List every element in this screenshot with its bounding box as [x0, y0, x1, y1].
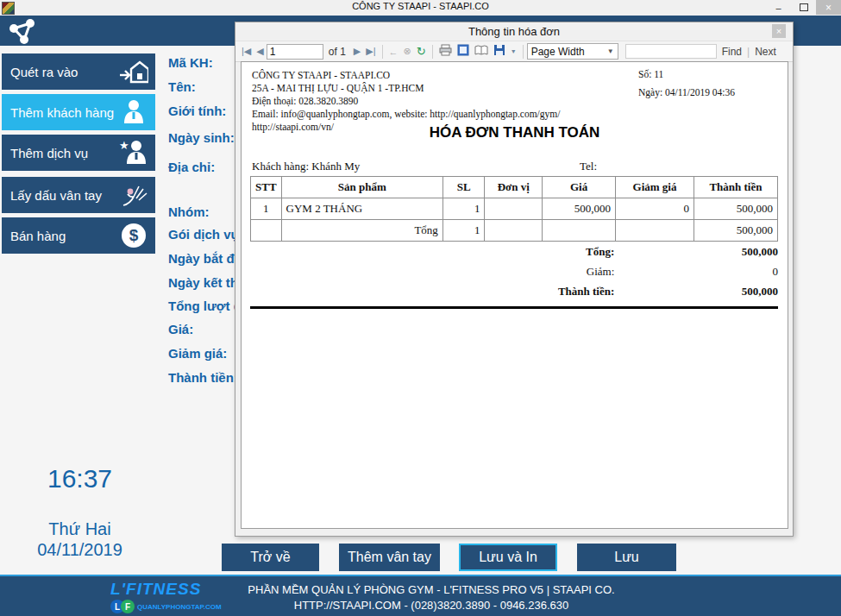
company-name: CÔNG TY STAAPI - STAAPI.CO: [252, 69, 560, 82]
zoom-select[interactable]: Page Width ▼: [527, 43, 618, 60]
invoice-totals: Tổng: 500,000 Giảm: 0 Thành tiền: 500,00…: [250, 245, 778, 305]
cell-empty: [616, 220, 694, 242]
report-toolbar: |◀ ◀ 1 of 1 ▶ ▶| ← ⊗ ↻ ▼ Page Width ▼: [235, 41, 793, 62]
find-input[interactable]: [625, 44, 717, 59]
field-label-gender: Giới tính:: [168, 104, 226, 118]
save-button[interactable]: Lưu: [577, 544, 676, 571]
refresh-icon[interactable]: ↻: [414, 45, 429, 58]
field-label-birthdate: Ngày sinh:: [168, 130, 235, 145]
sidebar-item-sell[interactable]: Bán hàng $: [2, 217, 155, 254]
clock-weekday: Thứ Hai: [0, 519, 160, 539]
invoice-customer-row: Khách hàng: Khánh My Tel:: [252, 160, 776, 173]
invoice-rule: [250, 306, 778, 309]
table-header-row: STT Sản phẩm SL Đơn vị Giá Giảm giá Thàn…: [251, 177, 778, 198]
cell-product: GYM 2 THÁNG: [281, 198, 442, 220]
last-page-button[interactable]: ▶|: [363, 46, 378, 57]
close-button[interactable]: ×: [816, 0, 841, 15]
back-button[interactable]: Trở về: [222, 544, 319, 571]
maximize-button[interactable]: [791, 0, 816, 15]
invoice-number: Số: 11: [638, 69, 735, 79]
company-phone: Điện thoại: 028.3820.3890: [252, 95, 560, 108]
share-icon: [7, 18, 38, 44]
company-address: 25A - MAI THỊ LỰU - QUẬN 1 -TP.HCM: [252, 82, 560, 95]
grand-total-value: 500,000: [614, 285, 778, 299]
cell-empty: [485, 220, 543, 242]
person-star-icon: ★: [119, 139, 148, 167]
back-navigation-icon[interactable]: ←: [386, 47, 401, 57]
save-and-print-button[interactable]: Lưu và In: [459, 544, 557, 571]
invoice-date: Ngày: 04/11/2019 04:36: [638, 87, 735, 97]
cell-discount: 0: [616, 198, 694, 220]
dialog-titlebar[interactable]: Thông tin hóa đơn ×: [235, 22, 793, 41]
dialog-close-button[interactable]: ×: [772, 24, 786, 38]
previous-page-button[interactable]: ◀: [254, 46, 266, 57]
stop-refresh-icon[interactable]: ⊗: [401, 46, 414, 57]
cell-price: 500,000: [543, 198, 616, 220]
sidebar-item-label: Bán hàng: [10, 229, 66, 243]
chevron-down-icon: ▼: [607, 47, 614, 55]
sidebar-item-capture-fingerprint[interactable]: Lấy dấu vân tay: [2, 177, 155, 213]
cell-sum-qty: 1: [442, 220, 485, 242]
window-titlebar: CÔNG TY STAAPI - STAAPI.CO – ×: [0, 0, 841, 16]
footer-line1: PHẦN MỀM QUẢN LÝ PHÒNG GYM - L'FITNESS P…: [220, 583, 643, 596]
logo-text: L'FITNESS: [110, 580, 223, 599]
add-fingerprint-button[interactable]: Thêm vân tay: [339, 544, 440, 571]
zoom-value: Page Width: [531, 46, 585, 58]
find-next-button[interactable]: Next: [750, 46, 781, 58]
page-setup-icon[interactable]: [474, 44, 488, 59]
table-footer-row: Tổng 1 500,000: [251, 220, 778, 242]
col-amount: Thành tiền: [694, 177, 777, 198]
export-dropdown-caret[interactable]: ▼: [508, 48, 519, 54]
invoice-dialog: Thông tin hóa đơn × |◀ ◀ 1 of 1 ▶ ▶| ← ⊗…: [235, 22, 794, 537]
field-label-discount: Giảm giá:: [168, 346, 227, 361]
sidebar-item-add-service[interactable]: Thêm dịch vụ ★: [2, 135, 155, 171]
print-layout-icon[interactable]: [457, 44, 469, 59]
invoice-table: STT Sản phẩm SL Đơn vị Giá Giảm giá Thàn…: [250, 176, 778, 242]
clock-time: 16:37: [0, 464, 160, 493]
field-label-address: Địa chỉ:: [168, 160, 215, 174]
sidebar-item-label: Lấy dấu vân tay: [10, 188, 102, 203]
sidebar-item-label: Thêm dịch vụ: [10, 146, 88, 160]
dialog-title: Thông tin hóa đơn: [235, 25, 793, 38]
toolbar-separator: [382, 45, 383, 59]
company-email: Email: info@quanlyphongtap.com, website:…: [252, 108, 560, 121]
cell-unit: [485, 198, 543, 220]
col-unit: Đơn vị: [485, 177, 543, 198]
col-price: Giá: [543, 177, 616, 198]
field-label-group: Nhóm:: [168, 204, 210, 219]
first-page-button[interactable]: |◀: [239, 46, 254, 57]
field-label-price: Giá:: [168, 322, 193, 336]
cell-empty: [543, 220, 616, 242]
col-product: Sản phẩm: [281, 177, 442, 198]
discount-value: 0: [614, 265, 778, 279]
col-discount: Giảm giá: [616, 177, 694, 198]
sidebar-item-label: Thêm khách hàng: [10, 105, 114, 120]
sidebar-item-scan-in-out[interactable]: Quét ra vào: [2, 53, 155, 90]
total-value: 500,000: [614, 245, 778, 259]
col-stt: STT: [251, 177, 282, 198]
field-label-total-amount: Thành tiền:: [168, 370, 238, 385]
invoice-tel: Tel:: [580, 160, 597, 173]
fingerprint-hand-icon: [119, 181, 148, 209]
cell-empty: [251, 220, 282, 242]
maximize-icon: [800, 3, 808, 11]
export-icon[interactable]: [493, 44, 505, 59]
home-arrow-icon: [119, 59, 148, 85]
next-page-button[interactable]: ▶: [351, 46, 363, 57]
window-title: CÔNG TY STAAPI - STAAPI.CO: [0, 1, 841, 11]
find-button[interactable]: Find: [717, 46, 747, 58]
person-icon: [119, 98, 148, 126]
app-window: CÔNG TY STAAPI - STAAPI.CO – × Quét ra v…: [0, 0, 841, 616]
print-icon[interactable]: [439, 44, 452, 59]
page-number-input[interactable]: 1: [267, 44, 323, 60]
field-label-start-date: Ngày bắt đầ: [168, 251, 242, 266]
col-qty: SL: [442, 177, 485, 198]
sidebar-item-add-customer[interactable]: Thêm khách hàng: [2, 94, 155, 130]
field-label-customer-id: Mã KH:: [168, 55, 213, 70]
invoice-title: HÓA ĐƠN THANH TOÁN: [242, 124, 788, 141]
minimize-button[interactable]: –: [766, 0, 791, 15]
grand-total-label: Thành tiền:: [250, 285, 614, 299]
discount-label: Giảm:: [250, 265, 614, 279]
field-label-total-visits: Tổng lượt q: [168, 299, 242, 313]
cell-stt: 1: [251, 198, 282, 220]
